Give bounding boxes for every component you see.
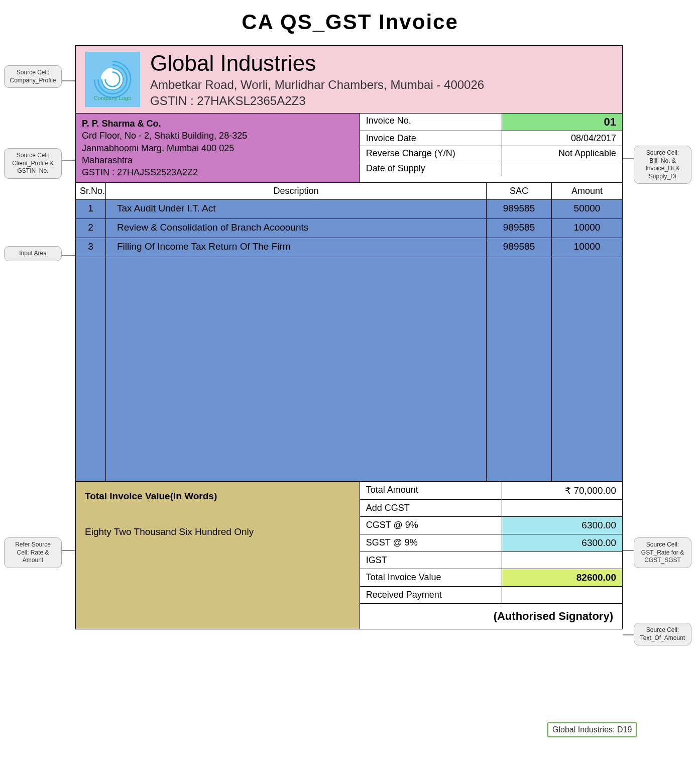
company-gstin: GSTIN : 27HAKSL2365A2Z3 xyxy=(150,94,484,108)
cell-sr[interactable]: 2 xyxy=(76,219,105,238)
totals-value[interactable]: 82600.00 xyxy=(502,569,622,586)
words-value: Eighty Two Thousand Six Hundred Only xyxy=(85,526,254,537)
cell-sac[interactable]: 989585 xyxy=(487,238,551,257)
totals-row: SGST @ 9%6300.00 xyxy=(360,534,622,552)
company-name: Global Industries xyxy=(150,51,484,76)
client-state: Maharashtra xyxy=(82,154,354,166)
totals-value[interactable]: 6300.00 xyxy=(502,534,622,552)
meta-label-invoice-no: Invoice No. xyxy=(360,114,502,131)
totals-label: Received Payment xyxy=(360,587,502,603)
totals-label: IGST xyxy=(360,552,502,569)
callout-gst-rate: Source Cell: GST_Rate for & CGST_SGST xyxy=(634,537,691,568)
cell-amount[interactable]: 50000 xyxy=(552,200,622,219)
meta-label-supply-date: Date of Supply xyxy=(360,161,502,176)
totals-label: Total Amount xyxy=(360,482,502,499)
amount-in-words: Total Invoice Value(In Words) Eighty Two… xyxy=(76,482,360,629)
meta-label-invoice-date: Invoice Date xyxy=(360,131,502,146)
col-header-amount: Amount xyxy=(552,183,622,199)
callout-refer-rate-amount: Refer Source Cell: Rate & Amount xyxy=(4,537,62,568)
company-address: Ambetkar Road, Worli, Murlidhar Chambers… xyxy=(150,78,484,92)
callout-text-of-amount: Source Cell: Text_Of_Amount xyxy=(634,623,691,645)
cell-sac[interactable]: 989585 xyxy=(487,219,551,238)
signature-label: (Authorised Signatory) xyxy=(360,604,622,629)
cell-amount[interactable]: 10000 xyxy=(552,238,622,257)
company-logo: Company Logo xyxy=(85,52,140,107)
client-block: P. P. Sharma & Co. Grd Floor, No - 2, Sh… xyxy=(76,114,360,182)
table-header: Sr.No. Description SAC Amount xyxy=(76,183,622,200)
col-header-sac: SAC xyxy=(487,183,552,199)
client-addr2: Janmabhoomi Marg, Mumbai 400 025 xyxy=(82,142,354,154)
meta-value-supply-date[interactable] xyxy=(502,161,622,176)
totals-label: SGST @ 9% xyxy=(360,534,502,552)
totals-value[interactable] xyxy=(502,587,622,603)
meta-value-invoice-date[interactable]: 08/04/2017 xyxy=(502,131,622,146)
totals-section: Total Invoice Value(In Words) Eighty Two… xyxy=(76,481,622,629)
table-body: 1 2 3 Tax Audit Under I.T. Act Review & … xyxy=(76,200,622,481)
totals-row: IGST xyxy=(360,552,622,569)
invoice-meta: Invoice No. 01 Invoice Date 08/04/2017 R… xyxy=(360,114,622,182)
cell-amount[interactable]: 10000 xyxy=(552,219,622,238)
callout-billno-invoicedt: Source Cell: Bill_No. & Invoice_Dt & Sup… xyxy=(634,146,691,184)
totals-row: CGST @ 9%6300.00 xyxy=(360,517,622,534)
totals-right: Total Amount₹ 70,000.00Add CGSTCGST @ 9%… xyxy=(360,482,622,629)
totals-row: Add CGST xyxy=(360,500,622,517)
invoice-header: Company Logo Global Industries Ambetkar … xyxy=(76,46,622,114)
callout-input-area: Input Area xyxy=(4,246,62,261)
col-header-description: Description xyxy=(106,183,487,199)
signature-row: (Authorised Signatory) xyxy=(360,604,622,629)
totals-row: Total Invoice Value82600.00 xyxy=(360,569,622,587)
totals-value[interactable]: ₹ 70,000.00 xyxy=(502,482,622,499)
cell-sr[interactable]: 1 xyxy=(76,200,105,219)
meta-value-reverse-charge[interactable]: Not Applicable xyxy=(502,146,622,161)
cell-reference-box: Global Industries: D19 xyxy=(547,722,637,737)
logo-caption: Company Logo xyxy=(94,95,132,101)
callout-client-profile: Source Cell: Client_Profile & GSTIN_No. xyxy=(4,148,62,179)
page-title: CA QS_GST Invoice xyxy=(0,10,700,34)
invoice-container: Company Logo Global Industries Ambetkar … xyxy=(75,45,623,629)
totals-value[interactable]: 6300.00 xyxy=(502,517,622,534)
client-addr1: Grd Floor, No - 2, Shakti Building, 28-3… xyxy=(82,130,354,142)
totals-label: Add CGST xyxy=(360,500,502,516)
cell-sac[interactable]: 989585 xyxy=(487,200,551,219)
cell-desc[interactable]: Tax Audit Under I.T. Act xyxy=(106,200,486,219)
cell-desc[interactable]: Filling Of Income Tax Return Of The Firm xyxy=(106,238,486,257)
totals-value[interactable] xyxy=(502,500,622,516)
meta-value-invoice-no[interactable]: 01 xyxy=(502,114,622,131)
words-label: Total Invoice Value(In Words) xyxy=(85,489,351,504)
totals-row: Received Payment xyxy=(360,587,622,604)
col-header-srno: Sr.No. xyxy=(76,183,106,199)
client-gstin: GSTIN : 27HAJSS2523A2Z2 xyxy=(82,166,354,178)
totals-value[interactable] xyxy=(502,552,622,569)
cell-desc[interactable]: Review & Consolidation of Branch Acoooun… xyxy=(106,219,486,238)
totals-label: Total Invoice Value xyxy=(360,569,502,586)
client-name: P. P. Sharma & Co. xyxy=(82,118,354,130)
meta-label-reverse-charge: Reverse Charge (Y/N) xyxy=(360,146,502,161)
callout-company-profile: Source Cell: Company_Profile xyxy=(4,65,62,88)
totals-label: CGST @ 9% xyxy=(360,517,502,534)
cell-sr[interactable]: 3 xyxy=(76,238,105,257)
totals-row: Total Amount₹ 70,000.00 xyxy=(360,482,622,500)
